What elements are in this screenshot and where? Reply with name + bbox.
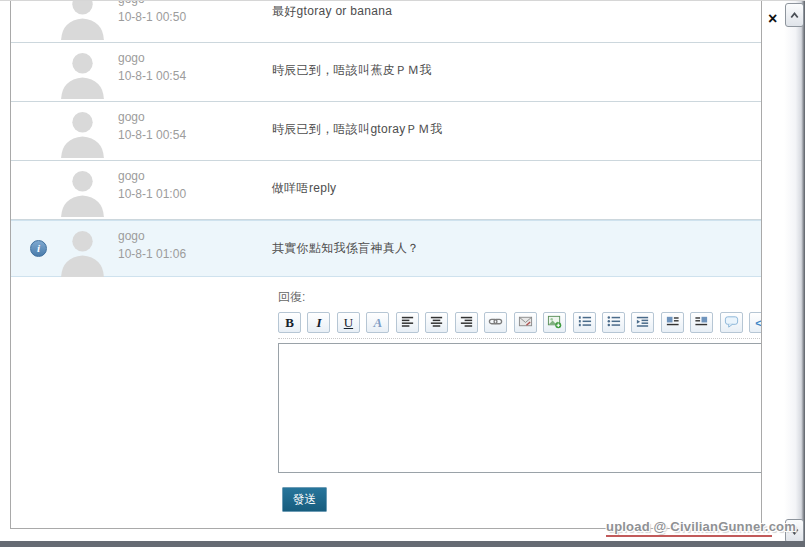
quote-button[interactable] bbox=[720, 312, 743, 333]
indent-button[interactable] bbox=[631, 312, 654, 333]
username[interactable]: gogo bbox=[118, 229, 145, 243]
info-icon: i bbox=[30, 240, 47, 257]
envelope-icon bbox=[518, 314, 533, 332]
message-text: 其實你點知我係盲神真人？ bbox=[272, 240, 420, 257]
watermark-underline bbox=[606, 535, 772, 537]
avatar[interactable] bbox=[57, 0, 108, 40]
reply-textarea[interactable] bbox=[278, 343, 762, 473]
message-list: i gogo 10-8-1 00:50 最好gtoray or banana i… bbox=[11, 0, 761, 277]
avatar[interactable] bbox=[57, 107, 108, 158]
timestamp: 10-8-1 00:50 bbox=[118, 10, 186, 24]
avatar[interactable] bbox=[57, 48, 108, 99]
window-bottom-edge bbox=[0, 541, 805, 547]
image-align-left-icon bbox=[665, 314, 680, 332]
username[interactable]: gogo bbox=[118, 110, 145, 124]
send-button[interactable]: 發送 bbox=[282, 487, 327, 512]
bold-button[interactable]: B bbox=[278, 312, 301, 333]
username[interactable]: gogo bbox=[118, 51, 145, 65]
insert-email-button[interactable] bbox=[514, 312, 537, 333]
message-panel: i gogo 10-8-1 00:50 最好gtoray or banana i… bbox=[10, 0, 762, 529]
avatar[interactable] bbox=[57, 226, 108, 277]
quote-bubble-icon bbox=[724, 314, 739, 332]
forum-pm-dialog: i gogo 10-8-1 00:50 最好gtoray or banana i… bbox=[0, 0, 805, 547]
reply-label: 回復: bbox=[278, 289, 305, 306]
scrollbar[interactable] bbox=[784, 1, 805, 547]
timestamp: 10-8-1 00:54 bbox=[118, 128, 186, 142]
username[interactable]: gogo bbox=[118, 0, 145, 6]
italic-button[interactable]: I bbox=[307, 312, 330, 333]
timestamp: 10-8-1 01:06 bbox=[118, 247, 186, 261]
align-center-icon bbox=[429, 314, 444, 332]
toolbar-separator bbox=[278, 338, 762, 339]
timestamp: 10-8-1 01:00 bbox=[118, 187, 186, 201]
editor-toolbar: B I U A <> bbox=[278, 312, 762, 335]
insert-image-button[interactable] bbox=[543, 312, 566, 333]
ordered-list-button[interactable] bbox=[573, 312, 596, 333]
align-right-icon bbox=[459, 314, 474, 332]
image-align-right-icon bbox=[694, 314, 709, 332]
link-icon bbox=[488, 314, 503, 332]
timestamp: 10-8-1 00:54 bbox=[118, 69, 186, 83]
font-color-button[interactable]: A bbox=[366, 312, 389, 333]
message-row: i gogo 10-8-1 00:54 時辰已到，唔該叫gtorayＰＭ我 bbox=[11, 102, 761, 161]
message-row: i gogo 10-8-1 01:00 做咩唔reply bbox=[11, 161, 761, 220]
align-left-icon bbox=[400, 314, 415, 332]
align-right-button[interactable] bbox=[455, 312, 478, 333]
image-align-left-button[interactable] bbox=[661, 312, 684, 333]
message-row: i gogo 10-8-1 01:06 其實你點知我係盲神真人？ bbox=[11, 220, 761, 277]
message-row: i gogo 10-8-1 00:54 時辰已到，唔該叫蕉皮ＰＭ我 bbox=[11, 43, 761, 102]
ordered-list-icon bbox=[577, 314, 592, 332]
insert-link-button[interactable] bbox=[484, 312, 507, 333]
message-text: 時辰已到，唔該叫蕉皮ＰＭ我 bbox=[272, 62, 432, 79]
message-text: 時辰已到，唔該叫gtorayＰＭ我 bbox=[272, 121, 442, 138]
unordered-list-button[interactable] bbox=[602, 312, 625, 333]
message-row: i gogo 10-8-1 00:50 最好gtoray or banana bbox=[11, 0, 761, 43]
underline-button[interactable]: U bbox=[337, 312, 360, 333]
message-text: 做咩唔reply bbox=[272, 180, 336, 197]
code-button[interactable]: <> bbox=[749, 312, 762, 333]
watermark-text: upload @ CivilianGunner.com bbox=[606, 519, 796, 534]
scroll-up-button[interactable] bbox=[785, 3, 804, 27]
close-icon[interactable]: × bbox=[768, 11, 777, 27]
align-center-button[interactable] bbox=[425, 312, 448, 333]
indent-icon bbox=[635, 314, 650, 332]
align-left-button[interactable] bbox=[396, 312, 419, 333]
message-text: 最好gtoray or banana bbox=[272, 3, 392, 20]
username[interactable]: gogo bbox=[118, 169, 145, 183]
image-add-icon bbox=[547, 314, 562, 332]
unordered-list-icon bbox=[606, 314, 621, 332]
image-align-right-button[interactable] bbox=[690, 312, 713, 333]
avatar[interactable] bbox=[57, 166, 108, 217]
